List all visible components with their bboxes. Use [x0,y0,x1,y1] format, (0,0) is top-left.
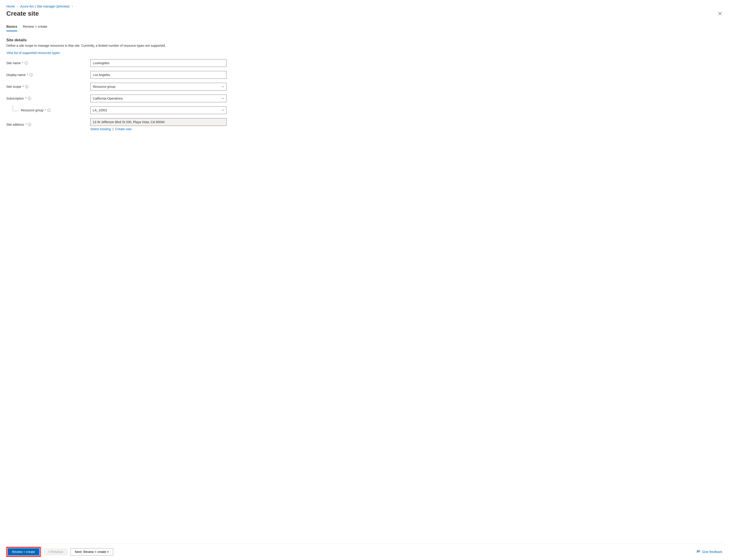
required-indicator: * [25,97,26,100]
feedback-icon [696,550,700,554]
display-name-input[interactable] [90,71,226,79]
info-icon[interactable]: i [28,97,31,100]
breadcrumb: Home › Azure Arc | Site manager (preview… [6,5,724,8]
indent-line [13,105,19,111]
close-button[interactable] [716,11,724,16]
previous-button: < Previous [44,548,68,555]
page-title: Create site [6,10,39,17]
next-button[interactable]: Next: Review + create > [71,548,113,555]
info-icon[interactable]: i [25,85,28,88]
site-scope-label: Site scope [6,85,21,88]
give-feedback-button[interactable]: Give feedback [695,550,724,554]
tab-review-create[interactable]: Review + create [23,23,47,31]
site-name-input[interactable] [90,59,226,67]
info-icon[interactable]: i [47,109,51,112]
required-indicator: * [45,108,46,112]
site-scope-select[interactable] [90,83,226,90]
section-heading: Site details [6,38,724,42]
info-icon[interactable]: i [25,61,28,65]
site-address-label: Site address [6,123,24,126]
section-description: Define a site scope to manage resources … [6,44,724,47]
close-icon [718,12,722,15]
give-feedback-label: Give feedback [702,550,723,554]
chevron-right-icon: › [17,5,18,8]
subscription-select[interactable] [90,95,226,102]
site-address-input[interactable] [90,118,226,126]
review-create-button[interactable]: Review + create [8,548,39,555]
resource-group-label: Resource group [21,108,44,112]
subscription-label: Subscription [6,97,24,100]
resource-group-select[interactable] [90,106,226,114]
info-icon[interactable]: i [29,73,33,76]
svg-point-0 [697,550,698,552]
tabs: Basics Review + create [6,23,724,32]
breadcrumb-arc[interactable]: Azure Arc | Site manager (preview) [20,5,69,8]
tab-basics[interactable]: Basics [6,23,17,31]
display-name-label: Display name [6,73,26,77]
required-indicator: * [25,123,27,126]
breadcrumb-home[interactable]: Home [6,5,15,8]
highlight-box: Review + create [6,547,41,557]
site-name-label: Site name [6,61,21,65]
separator: | [113,127,113,131]
supported-resources-link[interactable]: View list of supported resources types [6,51,724,55]
info-icon[interactable]: i [28,123,31,126]
chevron-right-icon: › [72,5,73,8]
select-existing-link[interactable]: Select existing [90,127,111,131]
footer-bar: Review + create < Previous Next: Review … [6,543,724,560]
create-new-link[interactable]: Create new [115,127,132,131]
required-indicator: * [27,73,28,77]
required-indicator: * [22,61,23,65]
required-indicator: * [22,85,24,88]
